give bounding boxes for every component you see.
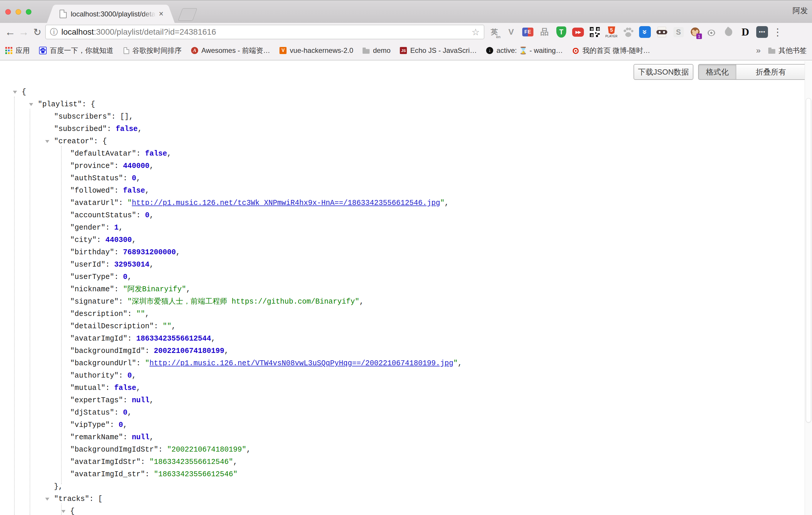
profile-name[interactable]: 阿发 [793,6,808,16]
green-shield-icon[interactable]: T [555,25,568,39]
json-row: "backgroundImgId": 2002210674180199, [0,345,804,357]
bookmarks-overflow-icon[interactable]: » [756,46,761,55]
download-json-button[interactable]: 下载JSON数据 [634,64,693,80]
stylish-icon[interactable]: S [672,25,685,39]
vimium-icon[interactable]: V [505,25,518,39]
collapse-toggle-icon[interactable] [45,498,49,500]
json-row: "authority": 0, [0,370,804,382]
minimize-window-button[interactable] [16,9,21,15]
bookmark-item[interactable]: demo [362,47,390,55]
awesomes-icon: A [191,47,198,54]
json-row: "mutual": false, [0,382,804,394]
json-row: "userType": 0, [0,271,804,283]
vue-icon: V [280,47,287,54]
close-window-button[interactable] [5,9,11,15]
collapse-toggle-icon[interactable] [45,140,49,143]
json-value: 440300 [106,236,132,244]
bookmark-item[interactable]: ↓active: ⌛ - waiting… [486,47,563,55]
bookmark-item[interactable]: 谷歌按时间排序 [123,46,182,55]
fe-icon[interactable]: FE [521,25,534,39]
bookmark-item[interactable]: JSEcho JS - JavaScri… [400,47,477,55]
weibo-gray-icon[interactable] [705,25,718,39]
bookmarks-bar: 应用百度一下，你就知道谷歌按时间排序AAwesomes - 前端资…Vvue-h… [0,41,812,60]
json-row: "nickname": "阿发Binaryify", [0,283,804,296]
format-button[interactable]: 格式化 [698,64,736,80]
json-key: "mutual" [70,384,106,392]
json-link[interactable]: http://p1.music.126.net/VTW4vsN08vwL3uSQ… [149,359,453,368]
json-row: "vipType": 0, [0,419,804,431]
back-button[interactable]: ← [3,27,17,37]
json-key: "signature" [70,297,119,306]
json-row: "djStatus": 0, [0,407,804,419]
json-row: "authStatus": 0, [0,172,804,185]
json-row: "subscribers": [], [0,111,804,123]
document-icon [124,47,129,54]
json-key: "remarkName" [70,433,123,441]
tab-title-wrap: localhost:3000/playlist/detail?i [71,10,156,18]
window-controls [5,9,31,15]
json-key: "avatarImgIdStr" [70,458,141,466]
json-link[interactable]: http://p1.music.126.net/tc3Wk_XNPmwiR4hx… [132,199,440,207]
bookmark-item[interactable]: 我的首页 微博-随时… [572,46,650,55]
forward-button[interactable]: → [17,27,31,37]
browser-toolbar: ← → ↻ ⓘ localhost :3000/playlist/detail?… [0,23,812,41]
fast-forward-icon[interactable]: ▶▶ [572,25,584,39]
json-key: "userType" [70,273,114,281]
new-tab-button[interactable] [178,8,197,21]
json-string-value: "深圳市爱猫人士，前端工程师 https://github.com/Binary… [127,297,359,306]
bookmark-star-icon[interactable]: ☆ [471,27,480,37]
collapse-toggle-icon[interactable] [61,510,65,513]
collapse-toggle-icon[interactable] [29,103,33,106]
tab-title: localhost:3000/playlist/detail?i [71,10,156,18]
page-info-icon[interactable]: ⓘ [50,27,58,37]
reload-button[interactable]: ↻ [31,27,44,37]
browser-menu-icon[interactable]: ⋮ [773,26,783,38]
json-key: "tracks" [54,495,89,503]
d-icon[interactable]: D [739,25,752,39]
bookmark-label: 百度一下，你就知道 [50,46,113,55]
blue-chevron-icon[interactable]: » [638,25,651,39]
json-row: "playlist": { [0,98,804,111]
paw-icon[interactable] [622,25,635,39]
bird-icon[interactable] [722,25,735,39]
json-key: "playlist" [38,100,82,109]
collapse-all-button[interactable]: 折叠所有 [736,64,806,80]
json-string-value: "" [136,310,145,318]
json-key: "defaultAvatar" [70,149,136,158]
json-key: "followed" [70,187,114,195]
json-tree: {"playlist": {"subscribers": [],"subscri… [0,86,804,515]
browser-tab[interactable]: localhost:3000/playlist/detail?i × [54,5,167,23]
json-key: "backgroundImgIdStr" [70,446,158,454]
json-value: 440000 [123,162,149,170]
bookmark-label: demo [373,47,390,55]
bookmark-item[interactable]: 百度一下，你就知道 [39,46,113,55]
bookmark-item[interactable]: Vvue-hackernews-2.0 [280,47,353,55]
extensions-area: 英enVFE品T▶▶5PLAYER»S1D••• [488,25,768,39]
scrollbar-thumb[interactable] [806,98,811,423]
sitemap-icon[interactable]: 品 [538,25,551,39]
json-value: 0 [127,371,132,380]
download-circle-icon: ↓ [486,47,493,54]
other-bookmarks-button[interactable]: 其他书签 [768,46,807,55]
address-bar[interactable]: ⓘ localhost :3000/playlist/detail?id=243… [45,25,484,39]
json-row: "signature": "深圳市爱猫人士，前端工程师 https://gith… [0,296,804,308]
zoom-window-button[interactable] [26,9,31,15]
bookmark-label: 谷歌按时间排序 [133,46,182,55]
bookmark-item[interactable]: AAwesomes - 前端资… [191,46,270,55]
html5-player-icon[interactable]: 5PLAYER [605,25,618,39]
json-row: "avatarImgIdStr": "18633423556612546", [0,456,804,468]
json-key: "vipType" [70,421,110,429]
json-string-value: "阿发Binaryify" [123,285,186,294]
dots-box-icon[interactable]: ••• [756,25,768,39]
json-value: 0 [123,408,127,417]
translate-icon[interactable]: 英en [488,25,501,39]
qr-code-icon[interactable] [588,25,601,39]
json-key: "nickname" [70,285,114,294]
tampermonkey-icon[interactable]: 1 [689,25,702,39]
tab-close-icon[interactable]: × [159,9,164,19]
collapse-toggle-icon[interactable] [13,91,17,94]
json-value: null [132,433,149,441]
bookmark-item[interactable]: 应用 [5,46,30,55]
mask-icon[interactable] [655,25,668,39]
json-value: 32953014 [114,260,149,269]
